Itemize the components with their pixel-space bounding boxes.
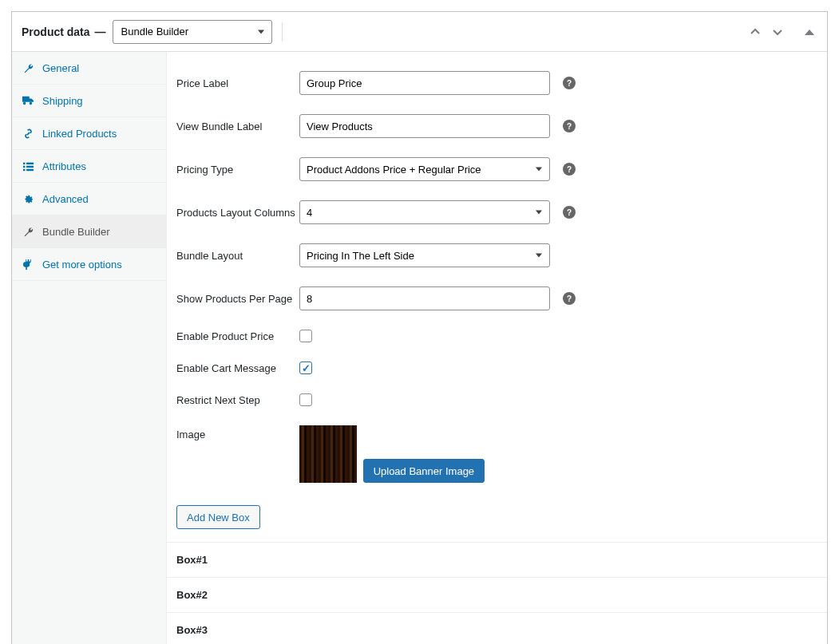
layout-columns-select[interactable]: 4	[299, 200, 550, 224]
gear-icon	[22, 192, 34, 205]
upload-banner-button[interactable]: Upload Banner Image	[363, 459, 485, 483]
tab-label: General	[42, 62, 79, 74]
help-icon[interactable]: ?	[563, 292, 576, 305]
tab-attributes[interactable]: Attributes	[12, 150, 166, 183]
view-bundle-label-label: View Bundle Label	[176, 121, 299, 132]
svg-rect-1	[26, 162, 34, 164]
image-label: Image	[176, 425, 299, 441]
svg-rect-4	[23, 168, 25, 170]
product-data-tabs: General Shipping Linked Products Attribu…	[12, 52, 167, 644]
box-row[interactable]: Box#2	[167, 577, 827, 612]
box-title: Box#2	[176, 589, 208, 601]
tab-linked-products[interactable]: Linked Products	[12, 117, 166, 150]
link-icon	[22, 127, 34, 140]
tab-advanced[interactable]: Advanced	[12, 183, 166, 215]
pricing-type-select[interactable]: Product Addons Price + Regular Price	[299, 157, 550, 181]
pricing-type-label: Pricing Type	[176, 164, 299, 176]
tab-label: Linked Products	[42, 128, 117, 140]
price-label-input[interactable]	[299, 71, 550, 95]
per-page-input[interactable]	[299, 286, 550, 310]
tab-label: Attributes	[42, 160, 86, 172]
wrench-icon	[22, 225, 34, 238]
bundle-layout-select[interactable]: Pricing In The Left Side	[299, 243, 550, 267]
plugin-icon	[22, 258, 34, 271]
title-dash: —	[95, 26, 106, 38]
panel-header: Product data — Bundle Builder	[12, 12, 827, 52]
enable-cart-message-label: Enable Cart Message	[176, 362, 299, 374]
svg-rect-2	[23, 165, 25, 167]
box-row[interactable]: Box#1	[167, 542, 827, 577]
product-data-panel: Product data — Bundle Builder General Sh…	[11, 11, 828, 644]
enable-product-price-checkbox[interactable]	[299, 330, 312, 342]
tab-bundle-builder[interactable]: Bundle Builder	[12, 215, 166, 248]
restrict-next-step-label: Restrict Next Step	[176, 394, 299, 406]
tab-label: Shipping	[42, 95, 83, 107]
tab-label: Bundle Builder	[42, 226, 110, 238]
box-title: Box#3	[176, 624, 208, 636]
wrench-icon	[22, 61, 34, 74]
svg-rect-5	[26, 168, 34, 170]
help-icon[interactable]: ?	[563, 206, 576, 219]
enable-product-price-label: Enable Product Price	[176, 330, 299, 342]
price-label-label: Price Label	[176, 77, 299, 89]
panel-title: Product data	[22, 26, 90, 38]
truck-icon	[22, 94, 34, 107]
help-icon[interactable]: ?	[563, 120, 576, 132]
tab-label: Advanced	[42, 193, 89, 205]
restrict-next-step-checkbox[interactable]	[299, 393, 312, 406]
add-new-box-button[interactable]: Add New Box	[176, 505, 260, 529]
layout-columns-label: Products Layout Columns	[176, 207, 299, 219]
per-page-label: Show Products Per Page	[176, 293, 299, 305]
help-icon[interactable]: ?	[563, 163, 576, 176]
tab-general[interactable]: General	[12, 52, 166, 85]
view-bundle-label-input[interactable]	[299, 114, 550, 138]
tab-shipping[interactable]: Shipping	[12, 85, 166, 117]
bundle-builder-content: Price Label ? View Bundle Label ? Pricin…	[167, 52, 827, 644]
chevron-up-icon[interactable]	[747, 24, 763, 40]
tab-label: Get more options	[42, 259, 122, 271]
panel-header-controls	[747, 24, 817, 40]
help-icon[interactable]: ?	[563, 77, 576, 89]
tab-get-more-options[interactable]: Get more options	[12, 248, 166, 281]
collapse-icon[interactable]	[801, 24, 817, 40]
banner-thumbnail[interactable]	[299, 425, 357, 483]
list-icon	[22, 160, 34, 172]
product-type-select[interactable]: Bundle Builder	[113, 20, 272, 44]
bundle-layout-label: Bundle Layout	[176, 250, 299, 262]
enable-cart-message-checkbox[interactable]	[299, 362, 312, 374]
box-title: Box#1	[176, 554, 208, 566]
svg-rect-0	[23, 162, 25, 164]
chevron-down-icon[interactable]	[770, 24, 786, 40]
header-divider	[282, 22, 283, 41]
box-row[interactable]: Box#3	[167, 612, 827, 644]
svg-rect-3	[26, 165, 34, 167]
